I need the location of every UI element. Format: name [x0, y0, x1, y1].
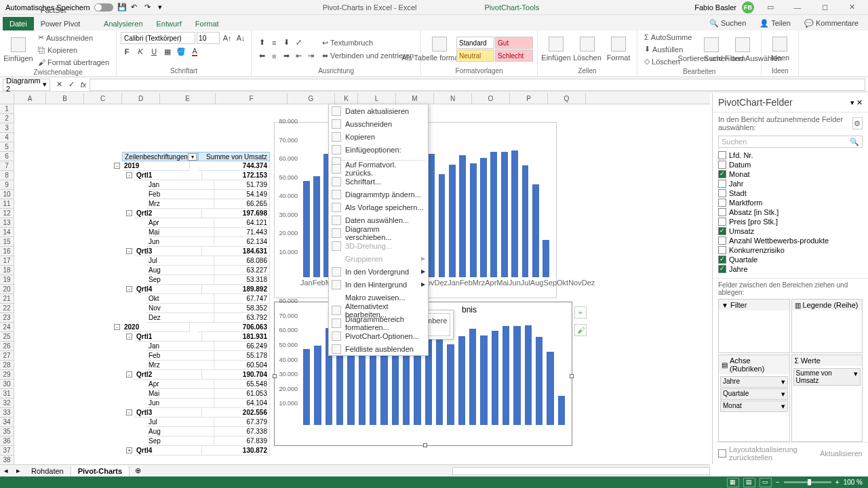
view-break-icon[interactable]: ▭	[760, 478, 772, 487]
row-header[interactable]: 21	[0, 294, 14, 304]
field-pane-dropdown-icon[interactable]: ▾	[850, 98, 854, 106]
cell[interactable]: 61.053	[198, 389, 270, 399]
row-header[interactable]: 30	[0, 380, 14, 389]
bar[interactable]	[542, 240, 549, 277]
cell[interactable]: 51.739	[198, 180, 270, 190]
cell[interactable]: 67.338	[198, 427, 270, 436]
cell[interactable]: 63.227	[198, 266, 270, 275]
field-checkbox[interactable]	[718, 246, 726, 254]
cell[interactable]: Qrtl4	[134, 446, 202, 455]
row-header[interactable]: 34	[0, 418, 14, 427]
row-header[interactable]: 27	[0, 351, 14, 361]
field-checkbox[interactable]	[718, 237, 726, 245]
cell[interactable]: 2019	[122, 161, 190, 171]
row-header[interactable]: 37	[0, 446, 14, 455]
wrap-text-button[interactable]: ↩ Textumbruch	[319, 37, 416, 49]
row-header[interactable]: 5	[0, 142, 14, 152]
field-checkbox[interactable]	[718, 189, 726, 197]
cell[interactable]: 172.153	[198, 171, 270, 180]
font-size-select[interactable]	[197, 32, 220, 44]
font-color-icon[interactable]: A	[189, 45, 201, 58]
axis-field-tag[interactable]: Jahre▾	[720, 376, 788, 388]
tab-power pivot[interactable]: Power Pivot	[34, 17, 97, 30]
align-bot-icon[interactable]: ⬇	[280, 37, 292, 49]
maximize-icon[interactable]: ◻	[814, 0, 835, 15]
bold-icon[interactable]: F	[121, 45, 133, 58]
row-header[interactable]: 12	[0, 209, 14, 218]
outline-toggle[interactable]: -	[126, 210, 132, 216]
field-checkbox[interactable]	[718, 199, 726, 207]
bar[interactable]	[459, 155, 466, 277]
avatar[interactable]: FB	[742, 1, 754, 14]
row-header[interactable]: 33	[0, 408, 14, 418]
row-header[interactable]: 24	[0, 323, 14, 332]
cell[interactable]: 130.872	[198, 446, 270, 455]
gear-icon[interactable]: ⚙	[852, 117, 863, 129]
style-gut[interactable]: Gut	[495, 37, 533, 49]
undo-icon[interactable]: ↶	[131, 3, 140, 12]
zoom-in-icon[interactable]: +	[835, 479, 840, 486]
cell[interactable]: 181.931	[198, 332, 270, 342]
field-checkbox[interactable]	[718, 180, 726, 188]
row-header[interactable]: 13	[0, 218, 14, 228]
context-menu-item[interactable]: Kopieren	[329, 130, 428, 143]
field-item[interactable]: Jahr	[718, 179, 863, 188]
border-icon[interactable]: ▦	[161, 45, 174, 58]
context-menu-item[interactable]: Ausschneiden	[329, 117, 428, 130]
row-header[interactable]: 6	[0, 152, 14, 161]
context-menu-item[interactable]: PivotChart-Optionen...	[329, 329, 428, 342]
outline-toggle[interactable]: -	[126, 371, 132, 378]
cell[interactable]: 71.443	[198, 228, 270, 237]
share-button[interactable]: 👤 Teilen	[753, 16, 797, 30]
align-top-icon[interactable]: ⬆	[256, 37, 268, 49]
col-header[interactable]: P	[510, 93, 548, 104]
font-name-select[interactable]	[121, 32, 195, 44]
tab-entwurf[interactable]: Entwurf	[150, 17, 189, 30]
cell[interactable]: 67.839	[198, 436, 270, 446]
redo-icon[interactable]: ↷	[144, 3, 154, 12]
context-menu-item[interactable]: Als Vorlage speichern...	[329, 201, 428, 214]
field-checkbox[interactable]	[718, 208, 726, 216]
bar[interactable]	[492, 331, 498, 425]
style-standard[interactable]: Standard	[456, 37, 494, 49]
bar[interactable]	[428, 154, 435, 277]
col-header[interactable]: M	[396, 93, 434, 104]
bar[interactable]	[502, 326, 509, 425]
field-item[interactable]: Lfd. Nr.	[718, 150, 863, 160]
cell[interactable]: 67.747	[198, 294, 270, 304]
bar[interactable]	[458, 336, 465, 425]
context-menu-item[interactable]: In den Hintergrund▶	[329, 278, 428, 291]
cell[interactable]: 744.374	[198, 161, 270, 171]
row-header[interactable]: 8	[0, 171, 14, 180]
as-table-button[interactable]: Als Tabelle formatieren	[425, 35, 454, 63]
outline-toggle[interactable]: -	[126, 286, 132, 292]
field-item[interactable]: Quartale	[718, 255, 863, 264]
cell[interactable]: 189.892	[198, 285, 270, 294]
bar[interactable]	[436, 328, 443, 425]
row-header[interactable]: 29	[0, 370, 14, 380]
value-field-tag[interactable]: Summe von Umsatz▾	[793, 368, 861, 386]
context-menu-item[interactable]: Einfügeoptionen:	[329, 143, 428, 156]
col-header[interactable]: O	[472, 93, 510, 104]
save-icon[interactable]: 💾	[117, 3, 127, 12]
row-header[interactable]: 7	[0, 161, 14, 171]
cell[interactable]: 66.265	[198, 199, 270, 209]
formula-bar[interactable]	[90, 79, 865, 91]
row-header[interactable]: 11	[0, 199, 14, 209]
field-item[interactable]: Datum	[718, 160, 863, 169]
insert-cells-button[interactable]: Einfügen	[542, 35, 570, 63]
cell[interactable]: Qrtl4	[134, 285, 202, 294]
search-tab[interactable]: 🔍 Suchen	[703, 16, 753, 30]
field-item[interactable]: Absatz [in Stk.]	[718, 207, 863, 217]
cell[interactable]: 62.134	[198, 237, 270, 247]
format-cells-button[interactable]: Format	[604, 35, 633, 63]
row-header[interactable]: 26	[0, 342, 14, 351]
bar[interactable]	[314, 346, 321, 425]
bar[interactable]	[522, 165, 529, 277]
sheet-nav-next-icon[interactable]: ▸	[12, 466, 24, 475]
tab-format[interactable]: Format	[189, 17, 226, 30]
align-left-icon[interactable]: ⬅	[256, 50, 268, 62]
align-mid-icon[interactable]: ≡	[268, 37, 280, 49]
row-header[interactable]: 15	[0, 237, 14, 247]
cell[interactable]: Summe von Umsatz	[198, 152, 270, 161]
